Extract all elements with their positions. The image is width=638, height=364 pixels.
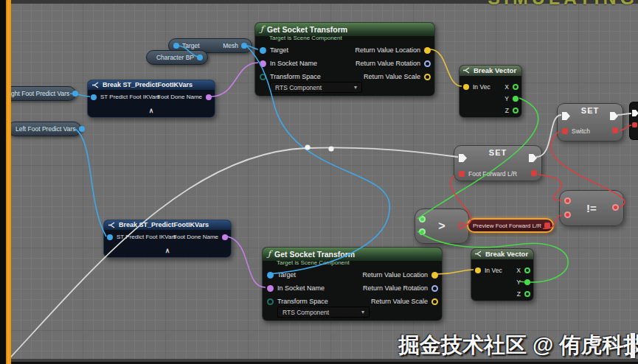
bool-pin-icon[interactable] [531,170,537,176]
pill-get-character-bp[interactable]: Character BP [146,50,208,65]
vector-pin-icon[interactable] [431,298,438,305]
node-break-st-predictfootikvars-top[interactable]: Break ST_PredictFootIKVars ST Predict Fo… [87,80,215,118]
pin-x[interactable]: X [516,267,530,274]
exec-arrow-icon[interactable] [632,110,638,116]
enum-pin-icon[interactable] [260,74,266,80]
pin-foot-done-name[interactable]: Foot Done Name [157,94,212,100]
pin-a[interactable] [564,197,571,204]
node-set-switch[interactable]: SET Switch [557,103,623,141]
pin-b[interactable] [419,228,426,235]
pin-target[interactable]: Target [260,46,288,54]
node-not-equal[interactable]: != [559,190,624,226]
blueprint-graph-canvas[interactable]: ƒ Get Socket Transform Target is Scene C… [0,0,638,364]
vector-pin-icon[interactable] [463,84,469,90]
pin-return-rotation[interactable]: Return Value Rotation [363,284,438,292]
struct-pin-icon[interactable] [91,94,97,100]
pin-b[interactable] [564,211,571,218]
bool-pin-icon[interactable] [612,127,618,133]
name-pin-icon[interactable] [267,285,274,292]
vector-pin-icon[interactable] [424,74,431,80]
pin-foot-forward-out[interactable] [531,170,537,176]
pin-y[interactable]: Y [504,95,519,102]
bool-pin-icon[interactable] [562,128,568,134]
bool-pin-icon[interactable] [564,211,571,218]
pin-y[interactable]: Y [516,279,530,286]
pin-st-predict-foot-ikvars[interactable]: ST Predict Foot IKVars [107,234,176,240]
exec-arrow-icon[interactable] [529,154,537,162]
node-set-foot-forward[interactable]: SET Foot Forward L/R [454,145,542,181]
rotator-pin-icon[interactable] [424,60,431,67]
float-pin-icon[interactable] [513,84,519,90]
node-get-socket-transform-bottom[interactable]: ƒ Get Socket Transform Target is Scene C… [262,247,443,321]
node-break-vector-top[interactable]: Break Vector In Vec X Y Z [459,65,522,118]
object-pin-icon[interactable] [173,43,179,49]
float-pin-icon[interactable] [524,291,530,297]
object-pin-icon[interactable] [267,272,274,279]
pin-return-location[interactable]: Return Value Location [356,46,431,54]
pin-z[interactable]: Z [517,290,530,298]
float-pin-icon[interactable] [419,216,426,223]
name-pin-icon[interactable] [222,234,228,240]
vector-pin-icon[interactable] [475,267,481,273]
float-pin-icon[interactable] [524,279,530,285]
node-header[interactable]: Break Vector [460,66,521,76]
node-greater-than[interactable]: > [415,209,469,244]
pin-return-rotation[interactable]: Return Value Rotation [356,60,431,67]
exec-out-pin[interactable] [610,112,618,120]
collapse-chevron-icon[interactable]: ∧ [104,248,231,253]
bool-pin-icon[interactable] [459,171,465,177]
name-pin-icon[interactable] [206,94,212,100]
pin-in-socket-name[interactable]: In Socket Name [260,60,317,67]
name-pin-icon[interactable] [260,60,266,67]
pin-foot-done-name[interactable]: Foot Done Name [173,234,228,240]
pin-switch-value[interactable]: Switch [562,127,590,135]
vector-pin-icon[interactable] [431,272,438,279]
exec-arrow-icon[interactable] [562,112,570,120]
bool-pin-icon[interactable] [544,223,550,228]
pin-return-location[interactable]: Return Value Location [363,271,438,279]
float-pin-icon[interactable] [513,108,519,113]
transform-space-dropdown[interactable]: RTS Component ▾ [277,307,370,318]
float-pin-icon[interactable] [513,96,519,102]
float-pin-icon[interactable] [419,228,426,235]
exec-arrow-icon[interactable] [459,154,467,162]
node-header[interactable]: Break Vector [471,249,533,259]
pin-result[interactable] [458,223,465,229]
pin-a[interactable] [419,216,426,223]
pin-target[interactable]: Target [267,271,296,279]
node-break-vector-bottom[interactable]: Break Vector In Vec X Y Z [471,248,534,301]
pin-foot-forward-value[interactable]: Foot Forward L/R [459,170,517,178]
bool-pin-icon[interactable] [632,122,637,127]
vector-pin-icon[interactable] [424,47,431,54]
rotator-pin-icon[interactable] [431,285,438,292]
struct-pin-icon[interactable] [79,126,85,132]
pin-return-scale[interactable]: Return Value Scale [371,298,438,305]
exec-out-pin[interactable] [529,154,537,162]
bool-pin-icon[interactable] [564,197,571,204]
node-break-st-predictfootikvars-bottom[interactable]: Break ST_PredictFootIKVars ST Predict Fo… [103,220,232,258]
pin-transform-space[interactable]: Transform Space [267,298,328,305]
pill-get-right-foot-predict-vars[interactable]: Right Foot Predict Vars [0,86,76,101]
exec-in-pin[interactable] [562,112,570,120]
exec-arrow-icon[interactable] [610,112,618,120]
node-header[interactable]: Break ST_PredictFootIKVars [104,220,231,230]
collapse-chevron-icon[interactable]: ∧ [88,108,215,113]
float-pin-icon[interactable] [524,267,530,273]
pill-get-preview-foot-forward[interactable]: Preview Foot Forward L/R [467,218,554,233]
pin-in-vec[interactable]: In Vec [475,267,502,274]
object-pin-icon[interactable] [260,47,266,54]
pin-switch-out[interactable] [612,127,618,133]
pin-return-scale[interactable]: Return Value Scale [364,73,431,80]
pin-z[interactable]: Z [505,107,519,114]
pin-st-predict-foot-ikvars[interactable]: ST Predict Foot IKVars [91,94,160,100]
bool-pin-icon[interactable] [612,204,619,211]
struct-pin-icon[interactable] [72,91,78,97]
struct-pin-icon[interactable] [107,234,113,240]
node-cropped-right-edge[interactable] [629,102,638,140]
enum-pin-icon[interactable] [267,298,274,305]
node-header[interactable]: Break ST_PredictFootIKVars [88,80,215,90]
pin-result[interactable] [612,204,619,211]
object-pin-icon[interactable] [241,43,247,49]
pin-x[interactable]: X [504,83,519,91]
pin-in-socket-name[interactable]: In Socket Name [267,284,325,292]
